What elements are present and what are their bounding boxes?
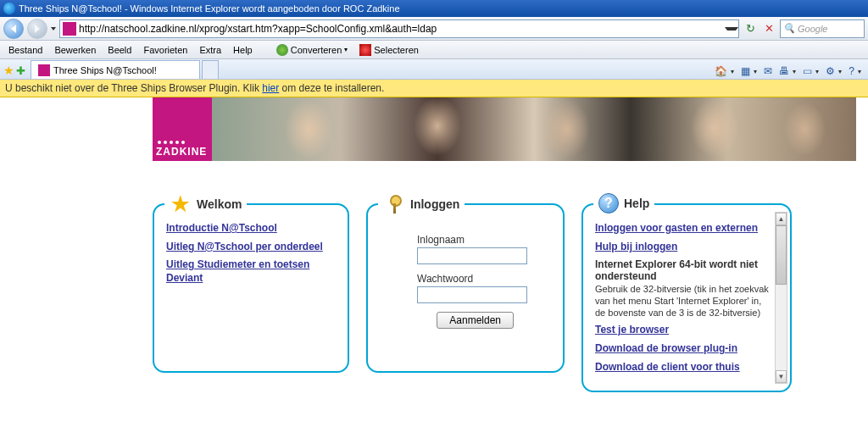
link-download-plugin[interactable]: Download de browser plug-in bbox=[595, 342, 771, 356]
link-test-browser[interactable]: Test je browser bbox=[595, 324, 771, 337]
menu-bewerken[interactable]: Bewerken bbox=[49, 43, 101, 57]
favorites-star-icon[interactable]: ★ bbox=[3, 64, 14, 77]
search-box[interactable]: 🔍 Google bbox=[780, 19, 865, 38]
search-placeholder: Google bbox=[798, 24, 827, 34]
read-mail-icon[interactable]: ✉ bbox=[764, 65, 772, 77]
link-hulp-inloggen[interactable]: Hulp bij inloggen bbox=[595, 241, 771, 254]
back-button[interactable] bbox=[3, 19, 24, 39]
select-icon bbox=[359, 44, 371, 56]
page-content: ZADKINE ★ Welkom Introductie N@Tschool U… bbox=[0, 97, 868, 392]
menu-favorieten[interactable]: Favorieten bbox=[138, 43, 192, 57]
aanmelden-button[interactable]: Aanmelden bbox=[437, 312, 514, 329]
help-icon[interactable]: ? bbox=[849, 65, 854, 77]
logo-text: ZADKINE bbox=[156, 146, 209, 158]
help-badge-icon: ? bbox=[598, 193, 619, 214]
help-scrollbar[interactable]: ▲ ▼ bbox=[775, 212, 787, 384]
menu-converteren[interactable]: Converteren ▾ bbox=[271, 42, 353, 58]
head-ie64: Internet Explorer 64-bit wordt niet onde… bbox=[595, 258, 771, 282]
scroll-thumb[interactable] bbox=[776, 225, 787, 285]
window-title: Three Ships N@Tschool! - Windows Interne… bbox=[19, 3, 400, 14]
ie-icon bbox=[3, 3, 15, 14]
nav-toolbar: ↻ ✕ 🔍 Google bbox=[0, 17, 868, 41]
label-inlognaam: Inlognaam bbox=[417, 234, 551, 246]
refresh-button[interactable]: ↻ bbox=[743, 21, 758, 36]
tools-icon[interactable]: ⚙ bbox=[826, 65, 835, 77]
link-download-client[interactable]: Download de client voor thuis bbox=[595, 361, 771, 374]
arrow-right-icon bbox=[35, 25, 40, 33]
input-wachtwoord[interactable] bbox=[417, 286, 527, 303]
forward-button[interactable] bbox=[27, 19, 47, 39]
menu-bestand[interactable]: Bestand bbox=[3, 43, 47, 57]
convert-icon bbox=[276, 44, 288, 56]
panel-inloggen-title: Inloggen bbox=[410, 197, 459, 211]
window-titlebar: Three Ships N@Tschool! - Windows Interne… bbox=[0, 0, 868, 17]
panel-welkom-title: Welkom bbox=[197, 197, 242, 211]
home-icon[interactable]: 🏠 bbox=[715, 65, 727, 77]
notice-post: om deze te installeren. bbox=[279, 82, 384, 94]
address-bar[interactable] bbox=[59, 19, 739, 38]
header-banner: ZADKINE bbox=[153, 97, 856, 161]
link-uitleg-onderdeel[interactable]: Uitleg N@Tschool per onderdeel bbox=[166, 241, 336, 254]
menu-bar: Bestand Bewerken Beeld Favorieten Extra … bbox=[0, 41, 868, 59]
zadkine-logo: ZADKINE bbox=[153, 97, 212, 161]
panel-inloggen: Inloggen Inlognaam Wachtwoord Aanmelden bbox=[366, 203, 565, 373]
new-tab-button[interactable] bbox=[202, 60, 219, 79]
menu-help[interactable]: Help bbox=[228, 43, 258, 57]
add-favorite-icon[interactable]: ✚ bbox=[16, 64, 25, 77]
page-icon[interactable]: ▭ bbox=[803, 65, 812, 77]
scroll-up-button[interactable]: ▲ bbox=[776, 213, 787, 225]
panel-welkom: ★ Welkom Introductie N@Tschool Uitleg N@… bbox=[153, 203, 349, 373]
scroll-down-button[interactable]: ▼ bbox=[776, 370, 787, 383]
key-icon bbox=[383, 193, 405, 215]
arrow-left-icon bbox=[11, 25, 16, 33]
stop-button[interactable]: ✕ bbox=[761, 21, 776, 36]
input-inlognaam[interactable] bbox=[417, 247, 527, 264]
link-uitleg-studiemeter[interactable]: Uitleg Studiemeter en toetsen Deviant bbox=[166, 258, 336, 285]
notice-pre: U beschikt niet over de Three Ships Brow… bbox=[5, 82, 262, 94]
tab-title: Three Ships N@Tschool! bbox=[53, 65, 157, 75]
plugin-notice: U beschikt niet over de Three Ships Brow… bbox=[0, 80, 868, 97]
tab-favicon bbox=[38, 64, 50, 76]
panel-help: ? Help Inloggen voor gasten en externen … bbox=[581, 203, 792, 392]
desc-ie64: Gebruik de 32-bitversie (tik in het zoek… bbox=[595, 284, 771, 319]
banner-photo bbox=[212, 97, 856, 161]
link-gasten-externen[interactable]: Inloggen voor gasten en externen bbox=[595, 222, 771, 236]
nav-history-dropdown[interactable] bbox=[51, 27, 56, 30]
feeds-icon[interactable]: ▦ bbox=[741, 65, 750, 77]
menu-beeld[interactable]: Beeld bbox=[103, 43, 136, 57]
browser-tab[interactable]: Three Ships N@Tschool! bbox=[31, 60, 200, 79]
panel-help-title: Help bbox=[624, 197, 649, 210]
url-input[interactable] bbox=[79, 21, 725, 36]
menu-selecteren[interactable]: Selecteren bbox=[354, 42, 424, 58]
notice-install-link[interactable]: hier bbox=[262, 82, 279, 94]
menu-extra[interactable]: Extra bbox=[194, 43, 226, 57]
star-icon: ★ bbox=[170, 193, 192, 215]
site-favicon bbox=[63, 22, 76, 36]
tab-bar: ★ ✚ Three Ships N@Tschool! 🏠▾ ▦▾ ✉ 🖶▾ ▭▾… bbox=[0, 59, 868, 80]
link-introductie[interactable]: Introductie N@Tschool bbox=[166, 222, 336, 236]
print-icon[interactable]: 🖶 bbox=[779, 65, 789, 77]
url-dropdown[interactable] bbox=[725, 27, 738, 30]
label-wachtwoord: Wachtwoord bbox=[417, 273, 551, 285]
